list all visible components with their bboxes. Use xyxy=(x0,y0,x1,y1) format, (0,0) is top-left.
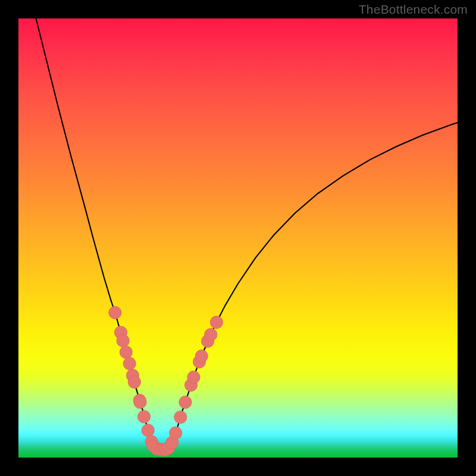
curve-marker xyxy=(170,427,182,439)
curve-marker xyxy=(205,328,217,341)
curve-marker xyxy=(134,396,146,408)
curve-marker xyxy=(117,334,129,347)
curve-marker xyxy=(174,411,187,423)
curve-marker-group xyxy=(109,306,223,456)
curve-marker xyxy=(128,375,140,388)
plot-area xyxy=(18,18,458,458)
curve-marker xyxy=(120,346,132,358)
curve-marker xyxy=(142,424,154,437)
curve-marker xyxy=(109,306,121,319)
curve-marker xyxy=(137,411,150,423)
curve-marker xyxy=(123,357,136,369)
chart-svg xyxy=(18,18,458,458)
curve-marker xyxy=(187,371,200,383)
curve-marker xyxy=(195,350,208,362)
chart-frame: TheBottleneck.com xyxy=(0,0,476,476)
bottleneck-curve xyxy=(36,18,458,450)
curve-marker xyxy=(179,396,192,408)
curve-marker xyxy=(210,316,223,328)
watermark-text: TheBottleneck.com xyxy=(359,2,468,17)
